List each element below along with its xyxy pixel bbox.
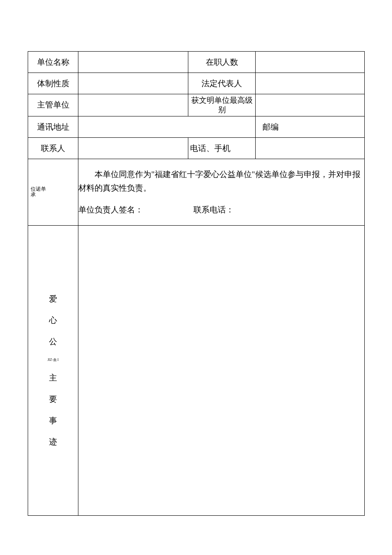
input-legal-rep[interactable]	[256, 73, 365, 94]
label-civilization-level: 获文明单位最高级别	[188, 94, 256, 116]
commitment-text: 本单位同意作为"福建省红十字爱心公益单位"候选单位参与申报，并对申报材料的真实性…	[78, 168, 361, 195]
label-postal-code: 邮编	[256, 116, 365, 138]
table-row: 通讯地址 邮编	[28, 116, 365, 138]
input-supervisor[interactable]	[78, 94, 188, 116]
table-row: 主管单位 获文明单位最高级别	[28, 94, 365, 116]
label-address: 通讯地址	[28, 116, 78, 138]
signature-label: 单位负责人签名：	[78, 203, 193, 217]
input-unit-name[interactable]	[78, 52, 188, 73]
input-system-nature[interactable]	[78, 73, 188, 94]
label-unit-name: 单位名称	[28, 52, 78, 73]
label-system-nature: 体制性质	[28, 73, 78, 94]
table-row: 体制性质 法定代表人	[28, 73, 365, 94]
input-address[interactable]	[78, 116, 256, 138]
input-deeds[interactable]	[78, 225, 365, 515]
input-phone[interactable]	[256, 138, 365, 159]
table-row: 位诺单 承 本单位同意作为"福建省红十字爱心公益单位"候选单位参与申报，并对申报…	[28, 159, 365, 226]
label-phone: 电话、手机	[188, 138, 256, 159]
input-employee-count[interactable]	[256, 52, 365, 73]
label-legal-rep: 法定代表人	[188, 73, 256, 94]
application-form-table: 单位名称 在职人数 体制性质 法定代表人 主管单位 获文明单位最高级别 通讯地址…	[28, 51, 365, 516]
label-deeds: 爱 心 公 JIZ-血 I 主 要 事 迹	[28, 225, 78, 515]
label-contact: 联系人	[28, 138, 78, 159]
label-supervisor: 主管单位	[28, 94, 78, 116]
table-row: 单位名称 在职人数	[28, 52, 365, 73]
commitment-content: 本单位同意作为"福建省红十字爱心公益单位"候选单位参与申报，并对申报材料的真实性…	[78, 159, 365, 226]
signature-line: 单位负责人签名： 联系电话：	[78, 203, 361, 217]
table-row: 爱 心 公 JIZ-血 I 主 要 事 迹	[28, 225, 365, 515]
label-employee-count: 在职人数	[188, 52, 256, 73]
label-commitment: 位诺单 承	[28, 159, 78, 226]
table-row: 联系人 电话、手机	[28, 138, 365, 159]
input-contact[interactable]	[78, 138, 188, 159]
input-civilization-level[interactable]	[256, 94, 365, 116]
contact-phone-label: 联系电话：	[193, 203, 234, 217]
